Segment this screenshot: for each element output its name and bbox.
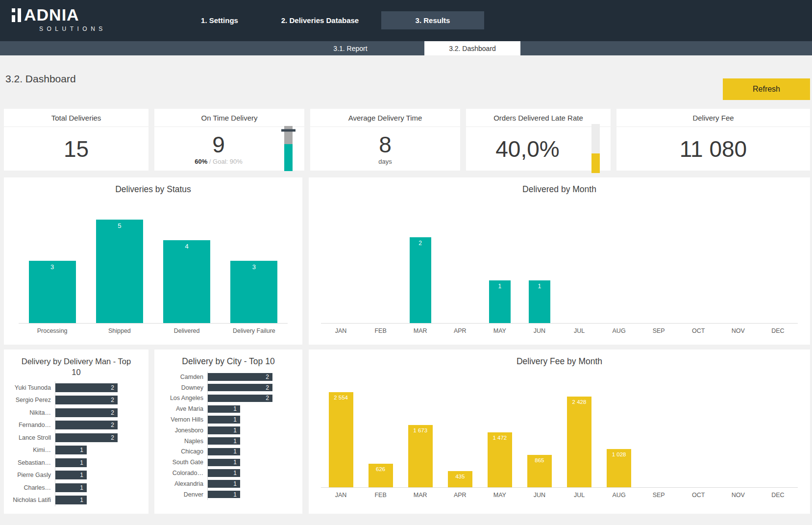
value-label: 3 [252,263,256,271]
bar-row: Sebastian…1 [6,456,140,469]
value-label: 1 673 [413,427,427,433]
bar-track: 1 [55,456,140,469]
value-label: 1 [233,491,237,498]
bar: 1 [208,437,240,445]
category-label: JAN [321,327,361,334]
bar-slot: 1 [480,205,519,323]
category-label: Denver [156,491,207,498]
bar-row: Yuki Tsunoda2 [6,381,140,394]
value-label: 1 [233,459,237,466]
kpi-title: Delivery Fee [616,109,810,127]
bar-slot [440,205,480,323]
category-label: Delivery Failure [221,327,288,334]
bar-slot [718,205,758,323]
kpi-subtext: 60% / Goal: 90% [195,158,243,165]
category-label: Vernon Hills [156,416,207,423]
bar-track: 2 [207,372,290,382]
value-label: 2 [266,374,269,380]
refresh-button[interactable]: Refresh [723,78,810,100]
bar-row: Downey2 [156,382,290,393]
bar-row: Pierre Gasly1 [6,469,140,482]
value-label: 1 [233,405,237,412]
bar-row: South Gate1 [156,457,290,468]
bar: 1 [55,496,87,504]
bar: 1 673 [408,425,433,487]
category-label: APR [440,492,480,499]
category-label: Fernando… [6,422,55,428]
bar-track: 1 [207,457,290,468]
bar: 2 [410,237,431,323]
bar: 2 [208,384,272,392]
value-label: 435 [455,474,465,479]
bar-row: Naples1 [156,436,290,447]
bar-slot: 1 [519,205,559,323]
kpi-card-on-time-delivery: On Time Delivery 9 60% / Goal: 90% [154,109,304,171]
category-label: Sebastian… [6,459,55,466]
bar-slot [639,205,679,323]
tab-dashboard[interactable]: 3.2. Dashboard [424,41,520,55]
value-label: 2 [111,422,114,428]
value-label: 2 [111,409,114,416]
tab-deliveries-database[interactable]: 2. Deliveries Database [259,11,381,29]
bar-row: Kimi…1 [6,444,140,457]
bar-track: 1 [55,494,140,507]
bar: 1 [208,491,240,499]
bar: 1 [208,416,240,424]
bar: 5 [96,220,143,323]
late-rate-gauge [591,124,600,173]
bar-slot: 3 [221,209,288,323]
bar-track: 1 [207,447,290,457]
value-label: 1 028 [612,451,626,457]
value-label: 3 [50,263,54,271]
chart-delivered-by-month: Delivered by Month 211 JANFEBMARAPRMAYJU… [309,177,810,345]
value-label: 1 [80,472,83,478]
value-label: 2 [266,395,269,401]
bar: 2 [55,433,118,442]
top-navbar: ADNIA SOLUTIONS 1. Settings 2. Deliverie… [0,0,812,41]
category-label: SEP [639,327,679,334]
logo-dot [12,8,15,12]
bar: 865 [527,455,552,487]
bar: 1 [208,469,240,477]
bar: 626 [369,464,393,487]
chart-delivery-by-delivery-man: Delivery by Delivery Man - Top 10 Yuki T… [4,350,148,514]
bar-row: Lance Stroll2 [6,431,140,444]
kpi-title: Orders Delivered Late Rate [466,109,611,127]
logo-tall-bar [18,8,21,22]
category-label: OCT [679,492,718,499]
logo-short-bar [12,15,15,22]
category-label: FEB [361,492,400,499]
bar: 1 [55,483,87,492]
category-label: Camden [156,374,207,380]
category-label: MAY [480,492,519,499]
kpi-value: 8 [379,133,392,156]
bar: 2 [208,395,272,402]
value-label: 1 [233,448,237,455]
kpi-value: 15 [64,137,89,161]
plot-area: Camden2Downey2Los Angeles2Ave Maria1Vern… [156,372,290,500]
bar-slot: 2 554 [321,389,361,487]
bar-track: 2 [55,406,140,419]
chart-title: Delivery Fee by Month [309,356,810,367]
category-label: MAR [400,492,440,499]
bar: 1 [55,471,87,479]
bar-slot: 4 [153,209,221,323]
bar-slot: 2 [400,205,440,323]
chart-title: Delivery by Delivery Man - Top 10 [4,356,148,377]
chart-delivery-fee-by-month: Delivery Fee by Month 2 5546261 6734351 … [309,350,810,514]
bar: 2 [55,408,118,417]
tab-report[interactable]: 3.1. Report [314,41,387,55]
value-label: 5 [118,222,121,229]
tab-settings[interactable]: 1. Settings [180,11,259,29]
kpi-value: 9 [212,133,225,156]
gauge-fill [284,144,293,171]
bar: 2 [55,396,118,404]
bar: 3 [29,261,76,323]
bar-row: Ave Maria1 [156,403,290,414]
bar: 435 [448,471,472,487]
tab-results[interactable]: 3. Results [381,11,484,29]
bar-row: Fernando…2 [6,419,140,432]
bar-slot: 626 [361,389,400,487]
value-label: 1 [233,438,237,445]
bar-slot: 5 [86,209,153,323]
